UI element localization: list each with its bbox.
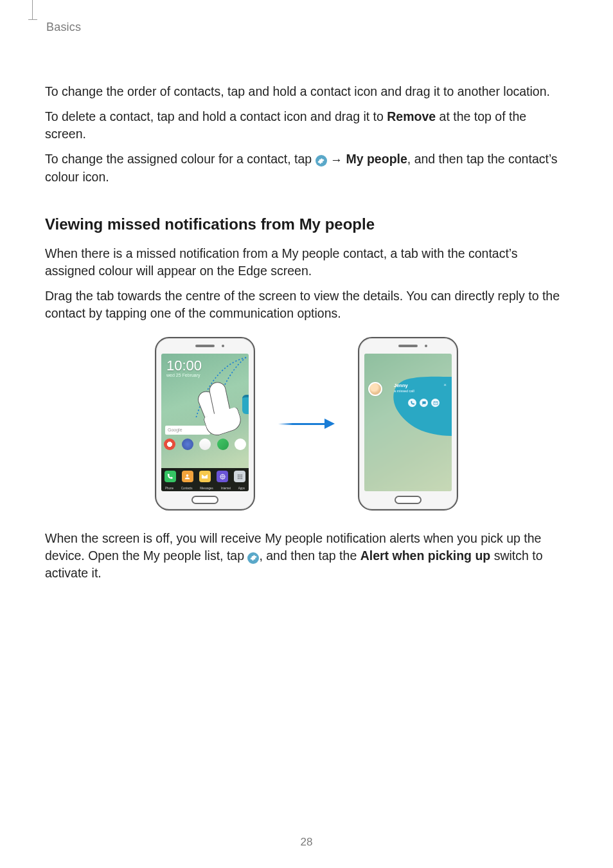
phone-icon [164, 471, 176, 482]
home-button-illustration [191, 496, 218, 504]
phone-screen: 10:00 wed 25 February Google [161, 354, 249, 491]
page-content: To change the order of contacts, tap and… [45, 83, 568, 582]
notification-subtext: a missed call [394, 389, 414, 393]
messages-icon [199, 471, 211, 482]
notification-name: Jenny [394, 383, 408, 388]
phone-after-illustration: Jenny a missed call × [358, 337, 458, 511]
text: To delete a contact, tap and hold a cont… [45, 109, 387, 123]
phone-screen: Jenny a missed call × [364, 354, 452, 491]
crop-mark [28, 0, 37, 32]
page-number: 28 [0, 836, 613, 849]
dock-label: Messages [200, 487, 213, 490]
svg-point-3 [241, 475, 242, 476]
paragraph-missed-notif: When there is a missed notification from… [45, 245, 568, 280]
apps-icon [234, 471, 245, 482]
svg-point-7 [238, 478, 239, 479]
bold-alert-picking-up: Alert when picking up [360, 548, 491, 563]
notification-actions [408, 399, 440, 407]
transition-arrow-icon [278, 418, 335, 429]
section-heading: Viewing missed notifications from My peo… [45, 215, 568, 233]
arrow-right-icon: → [330, 153, 342, 167]
document-page: Basics To change the order of contacts, … [0, 0, 613, 868]
gear-icon [315, 155, 327, 167]
bold-remove: Remove [387, 109, 436, 123]
figure-row: 10:00 wed 25 February Google [45, 337, 568, 511]
dock-label: Internet [221, 487, 231, 490]
dock-label: Phone [165, 487, 173, 490]
app-icon-row [164, 439, 246, 450]
close-icon: × [442, 382, 448, 388]
home-button-illustration [395, 496, 422, 504]
bold-my-people: My people [346, 152, 407, 166]
phone-camera [222, 345, 224, 347]
dock: Phone Contacts Messages Internet Apps [161, 468, 249, 491]
date-text: wed 25 February [166, 373, 200, 377]
paragraph-change-colour: To change the assigned colour for a cont… [45, 150, 568, 186]
text: , and then tap the [259, 548, 360, 563]
running-head: Basics [46, 21, 568, 34]
text: To change the assigned colour for a cont… [45, 152, 315, 166]
search-bar-illustration: Google [165, 426, 210, 435]
svg-point-6 [241, 476, 242, 478]
contacts-icon [182, 471, 193, 482]
mail-icon [431, 399, 440, 407]
app-icon [217, 439, 229, 450]
clock-text: 10:00 [166, 357, 202, 374]
svg-point-5 [239, 476, 240, 478]
call-icon [408, 399, 416, 407]
dock-label: Contacts [181, 487, 193, 490]
message-icon [420, 399, 428, 407]
paragraph-screen-off: When the screen is off, you will receive… [45, 530, 568, 582]
svg-point-8 [239, 478, 240, 479]
svg-point-4 [238, 476, 239, 478]
paragraph-reorder: To change the order of contacts, tap and… [45, 83, 568, 100]
paragraph-drag-tab: Drag the tab towards the centre of the s… [45, 287, 568, 322]
dock-label: Apps [238, 487, 245, 490]
app-icon [182, 439, 193, 450]
edge-tab [242, 395, 249, 414]
finger-gesture-icon [195, 377, 245, 433]
svg-point-1 [238, 475, 239, 476]
phone-speaker [398, 345, 418, 347]
dock-labels: Phone Contacts Messages Internet Apps [161, 487, 249, 490]
app-icon [235, 439, 246, 450]
phone-speaker [195, 345, 215, 347]
internet-icon [217, 471, 228, 482]
svg-point-9 [241, 478, 242, 479]
svg-point-2 [239, 475, 240, 476]
phone-camera [425, 345, 427, 347]
app-icon [199, 439, 211, 450]
phone-before-illustration: 10:00 wed 25 February Google [155, 337, 255, 511]
paragraph-delete: To delete a contact, tap and hold a cont… [45, 108, 568, 143]
gear-icon [247, 552, 259, 564]
app-icon [164, 439, 175, 450]
